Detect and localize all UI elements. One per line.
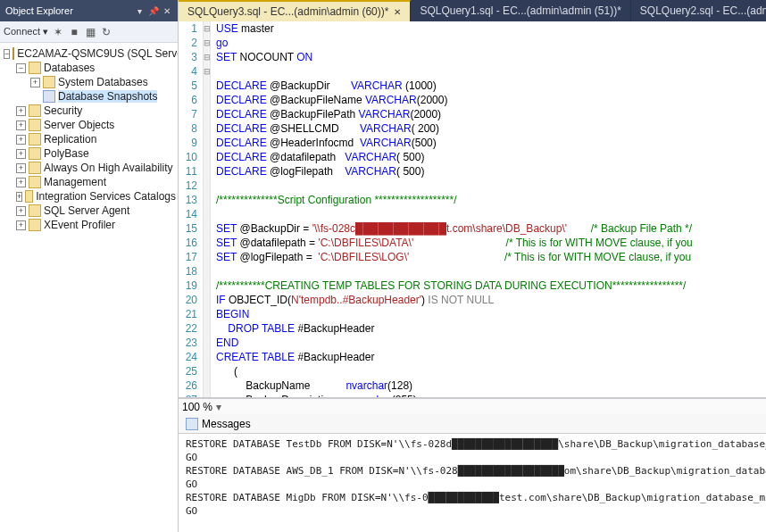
- tree-security[interactable]: +Security: [2, 104, 176, 118]
- tab-label: SQLQuery1.sql - EC...(admin\admin (51))*: [420, 4, 620, 17]
- folder-icon: [29, 162, 41, 174]
- messages-pane[interactable]: RESTORE DATABASE TestDb FROM DISK=N'\\fs…: [179, 434, 766, 532]
- tab-label: SQLQuery2.sql - EC...(admin\admin (65))*: [640, 4, 766, 17]
- server-label: EC2AMAZ-QSMC9US (SQL Server 15.0.4…: [17, 47, 178, 60]
- folder-icon: [29, 104, 41, 117]
- collapse-icon[interactable]: −: [4, 49, 10, 59]
- tree-label: Security: [44, 104, 82, 117]
- editor-area: SQLQuery3.sql - EC...(admin\admin (60))*…: [179, 0, 766, 532]
- object-explorer-title: Object Explorer: [5, 5, 73, 16]
- expand-icon[interactable]: +: [16, 220, 26, 230]
- filter-icon[interactable]: ▦: [84, 26, 96, 38]
- tab-label: SQLQuery3.sql - EC...(admin\admin (60))*: [187, 5, 388, 18]
- tab-close-icon[interactable]: ✕: [394, 7, 401, 17]
- messages-tab-label: Messages: [202, 418, 251, 430]
- tree-server-node[interactable]: − EC2AMAZ-QSMC9US (SQL Server 15.0.4…: [2, 46, 176, 61]
- tree-server-objects[interactable]: +Server Objects: [2, 118, 176, 132]
- close-icon[interactable]: ✕: [162, 6, 172, 17]
- autohide-icon[interactable]: 📌: [148, 6, 159, 17]
- object-explorer-header: Object Explorer ▾ 📌 ✕: [0, 0, 178, 21]
- outline-gutter: ⊟⊟⊟⊟: [204, 21, 211, 397]
- folder-icon: [29, 62, 41, 74]
- code-editor[interactable]: 1234567891011121314151617181920212223242…: [179, 21, 766, 398]
- folder-icon: [29, 204, 41, 217]
- expand-icon[interactable]: +: [16, 135, 26, 145]
- zoom-label: 100 %: [182, 401, 212, 413]
- folder-icon: [43, 76, 55, 88]
- object-explorer-toolbar: Connect ▾ ✶ ■ ▦ ↻: [0, 21, 178, 43]
- editor-tabs: SQLQuery3.sql - EC...(admin\admin (60))*…: [179, 0, 766, 21]
- folder-icon: [29, 119, 41, 131]
- snapshot-icon: [43, 90, 55, 103]
- tree-label: Databases: [44, 62, 95, 74]
- expand-icon[interactable]: +: [16, 106, 26, 116]
- connect-dropdown[interactable]: Connect ▾: [4, 26, 48, 37]
- folder-icon: [29, 133, 41, 145]
- expand-icon[interactable]: +: [30, 78, 40, 87]
- tree-label: Server Objects: [44, 119, 114, 131]
- tree-label: Replication: [44, 133, 96, 145]
- tree-label: System Databases: [58, 76, 148, 88]
- folder-icon: [29, 147, 41, 160]
- tree-label: Always On High Availability: [44, 162, 173, 174]
- expand-icon[interactable]: +: [16, 206, 26, 216]
- server-icon: [12, 47, 14, 60]
- tree-label: SQL Server Agent: [44, 204, 129, 217]
- expand-icon[interactable]: +: [16, 163, 26, 173]
- tree-polybase[interactable]: +PolyBase: [2, 146, 176, 161]
- tree-integration-services[interactable]: +Integration Services Catalogs: [2, 189, 176, 204]
- tab-sqlquery3[interactable]: SQLQuery3.sql - EC...(admin\admin (60))*…: [179, 0, 411, 21]
- tree-system-databases[interactable]: + System Databases: [2, 75, 176, 89]
- disconnect-icon[interactable]: ✶: [52, 26, 64, 38]
- tab-sqlquery2[interactable]: SQLQuery2.sql - EC...(admin\admin (65))*: [631, 0, 766, 21]
- tree-label: XEvent Profiler: [44, 219, 115, 231]
- folder-icon: [29, 219, 41, 231]
- code-content[interactable]: USE mastergoSET NOCOUNT ON DECLARE @Back…: [211, 21, 766, 397]
- expand-icon[interactable]: +: [16, 178, 26, 187]
- line-number-gutter: 1234567891011121314151617181920212223242…: [179, 21, 204, 397]
- expand-icon[interactable]: +: [16, 192, 22, 202]
- tree-database-snapshots[interactable]: Database Snapshots: [2, 89, 176, 104]
- collapse-icon[interactable]: −: [16, 63, 26, 73]
- tree-label: PolyBase: [44, 147, 89, 160]
- zoom-dropdown-icon[interactable]: ▾: [216, 401, 221, 413]
- pin-icon[interactable]: ▾: [134, 6, 145, 17]
- zoom-indicator[interactable]: 100 %▾: [179, 398, 766, 414]
- expand-icon[interactable]: +: [16, 121, 26, 130]
- tree-xevent-profiler[interactable]: +XEvent Profiler: [2, 218, 176, 232]
- tree-databases[interactable]: − Databases: [2, 61, 176, 75]
- tree-aoha[interactable]: +Always On High Availability: [2, 161, 176, 175]
- folder-icon: [29, 176, 41, 188]
- tree-label: Database Snapshots: [58, 90, 157, 103]
- spacer: [30, 92, 40, 102]
- messages-tab[interactable]: Messages: [179, 414, 766, 434]
- tree-replication[interactable]: +Replication: [2, 132, 176, 146]
- stop-icon[interactable]: ■: [68, 26, 80, 38]
- messages-icon: [186, 418, 198, 430]
- tree-label: Management: [44, 176, 106, 188]
- object-explorer-tree: − EC2AMAZ-QSMC9US (SQL Server 15.0.4… − …: [0, 43, 178, 532]
- object-explorer-panel: Object Explorer ▾ 📌 ✕ Connect ▾ ✶ ■ ▦ ↻ …: [0, 0, 179, 532]
- expand-icon[interactable]: +: [16, 149, 26, 159]
- folder-icon: [25, 190, 33, 203]
- tree-sql-server-agent[interactable]: +SQL Server Agent: [2, 204, 176, 218]
- refresh-icon[interactable]: ↻: [100, 26, 112, 38]
- tab-sqlquery1[interactable]: SQLQuery1.sql - EC...(admin\admin (51))*: [411, 0, 630, 21]
- tree-label: Integration Services Catalogs: [36, 190, 176, 203]
- tree-management[interactable]: +Management: [2, 175, 176, 189]
